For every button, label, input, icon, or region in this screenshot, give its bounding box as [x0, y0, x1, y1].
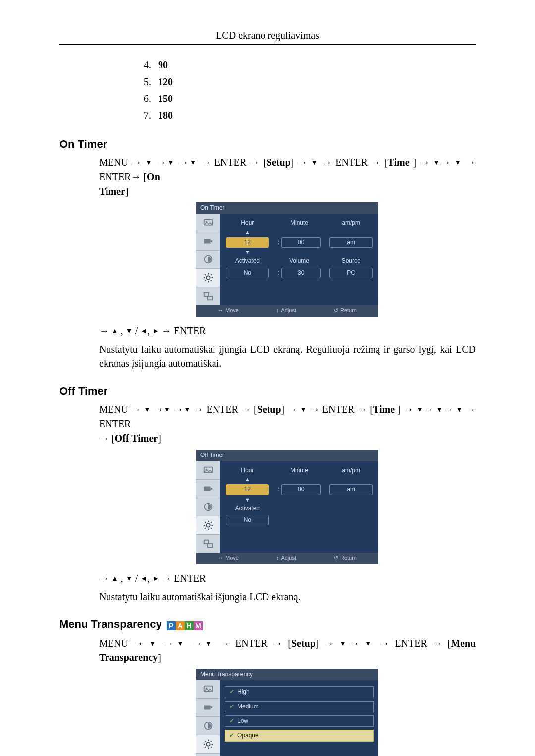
nav-off-timer-post: → ▲ , ▼ / ◄, ► → ENTER	[99, 571, 476, 586]
list-item: 7. 180	[144, 107, 476, 124]
list-item: 5. 120	[144, 73, 476, 90]
osd-sidebar	[196, 461, 220, 553]
osd-on-timer: On Timer Hour Minute am/pm	[196, 202, 378, 317]
osd-option-high[interactable]: ✔High	[225, 686, 374, 698]
down-icon: ▼	[226, 250, 269, 255]
up-icon: ▲	[226, 477, 269, 482]
badge-m-icon: M	[194, 621, 203, 630]
svg-rect-30	[204, 540, 209, 543]
osd-off-timer: Off Timer Hour Minute am/pm	[196, 450, 378, 564]
heading-menu-transparency: Menu Transparency PAHM	[59, 618, 476, 631]
picture-icon[interactable]	[196, 461, 220, 480]
osd-col-ampm: am/pm	[329, 219, 373, 227]
heading-off-timer: Off Timer	[59, 385, 476, 398]
osd-volume-field[interactable]: 30	[281, 268, 321, 278]
badge-a-icon: A	[176, 621, 185, 630]
check-icon: ✔	[229, 731, 234, 740]
osd-footer: ↔Move ↕Adjust ↺Return	[196, 305, 378, 317]
osd-activated-field[interactable]: No	[226, 515, 269, 525]
osd-minute-field[interactable]: 00	[281, 237, 321, 248]
move-icon: ↔	[218, 554, 223, 562]
adjust-icon: ↕	[276, 307, 279, 315]
svg-point-5	[206, 276, 210, 280]
svg-rect-3	[211, 241, 213, 243]
svg-rect-15	[208, 296, 212, 300]
check-icon: ✔	[229, 703, 234, 711]
svg-rect-19	[211, 488, 213, 490]
osd-ampm-field[interactable]: am	[329, 237, 373, 248]
osd-menu-transparency: Menu Transparency ✔High ✔Medium ✔Low ✔Op…	[196, 669, 378, 756]
adjust-icon: ↕	[276, 554, 279, 562]
osd-col-activated: Activated	[226, 504, 269, 513]
sound-icon[interactable]	[196, 498, 220, 516]
osd-option-opaque[interactable]: ✔Opaque	[225, 730, 374, 741]
svg-line-29	[211, 522, 212, 523]
page-header: LCD ekrano reguliavimas	[59, 30, 476, 41]
svg-point-37	[206, 743, 210, 746]
svg-rect-18	[204, 486, 211, 491]
osd-hour-field[interactable]: 12	[226, 484, 269, 495]
svg-rect-2	[204, 239, 211, 244]
input-icon[interactable]	[196, 232, 220, 251]
off-timer-description: Nustatytu laiku automatiškai išjungia LC…	[99, 590, 476, 604]
svg-line-13	[211, 275, 212, 276]
osd-activated-field[interactable]: No	[226, 268, 269, 278]
osd-minute-field[interactable]: 00	[281, 484, 321, 495]
svg-line-10	[205, 275, 206, 276]
setup-icon[interactable]	[196, 269, 220, 287]
setup-icon[interactable]	[196, 516, 220, 535]
check-icon: ✔	[229, 688, 234, 696]
osd-option-medium[interactable]: ✔Medium	[225, 701, 374, 712]
osd-col-hour: Hour	[226, 466, 269, 475]
osd-sidebar	[196, 214, 220, 305]
osd-source-field[interactable]: PC	[329, 268, 373, 278]
osd-sidebar	[196, 680, 220, 756]
multi-icon[interactable]	[196, 754, 220, 756]
osd-footer: ↔Move ↕Adjust ↺Return	[196, 553, 378, 564]
on-timer-description: Nustatytu laiku automatiškai įjungia LCD…	[99, 342, 476, 371]
multi-icon[interactable]	[196, 535, 220, 553]
sound-icon[interactable]	[196, 717, 220, 735]
svg-line-26	[205, 522, 206, 523]
nav-off-timer: MENU → ▼ →▼ →▼ → ENTER → [Setup] → ▼ → E…	[99, 403, 476, 446]
up-icon: ▲	[226, 230, 269, 235]
nav-menu-transparency: MENU → ▼ →▼ →▼ → ENTER → [Setup] → ▼→ ▼ …	[99, 636, 476, 665]
picture-icon[interactable]	[196, 680, 220, 699]
osd-hour-field[interactable]: 12	[226, 237, 269, 248]
osd-title: Menu Transparency	[196, 669, 378, 680]
svg-line-44	[205, 747, 206, 748]
osd-title: On Timer	[196, 202, 378, 214]
badge-p-icon: P	[167, 621, 176, 630]
return-icon: ↺	[334, 554, 338, 562]
check-icon: ✔	[229, 717, 234, 725]
picture-icon[interactable]	[196, 214, 220, 232]
down-icon: ▼	[226, 497, 269, 503]
osd-option-low[interactable]: ✔Low	[225, 715, 374, 727]
setup-icon[interactable]	[196, 735, 220, 754]
sound-icon[interactable]	[196, 251, 220, 269]
osd-col-ampm: am/pm	[329, 466, 373, 475]
svg-line-27	[211, 528, 212, 529]
return-icon: ↺	[334, 307, 338, 315]
svg-rect-35	[211, 706, 213, 708]
down-icon: ▼	[145, 159, 153, 166]
input-icon[interactable]	[196, 480, 220, 498]
svg-rect-34	[204, 706, 211, 710]
multi-icon[interactable]	[196, 287, 220, 305]
svg-rect-31	[208, 544, 212, 547]
input-icon[interactable]	[196, 699, 220, 717]
svg-rect-14	[204, 293, 209, 296]
svg-point-21	[206, 523, 210, 527]
badge-h-icon: H	[185, 621, 194, 630]
list-item: 6. 150	[144, 90, 476, 107]
list-item: 4. 90	[144, 56, 476, 73]
numbered-list: 4. 90 5. 120 6. 150 7. 180	[144, 56, 476, 124]
svg-line-11	[211, 280, 212, 281]
nav-on-timer-post: → ▲ , ▼ / ◄, ► → ENTER	[99, 324, 476, 338]
osd-col-minute: Minute	[278, 219, 321, 227]
svg-line-42	[205, 741, 206, 742]
osd-ampm-field[interactable]: am	[329, 484, 373, 495]
svg-line-12	[205, 280, 206, 281]
osd-col-minute: Minute	[278, 466, 321, 475]
svg-line-43	[211, 747, 212, 748]
